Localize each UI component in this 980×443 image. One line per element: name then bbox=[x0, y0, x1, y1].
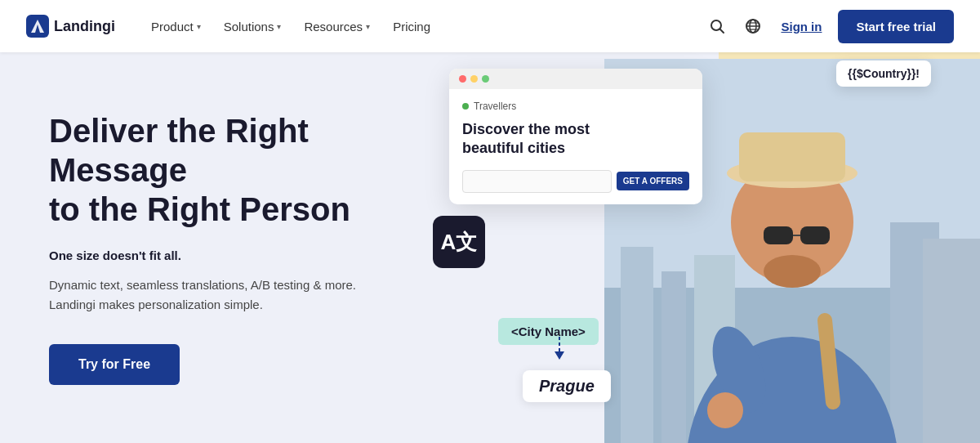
svg-point-27 bbox=[707, 392, 743, 428]
svg-line-4 bbox=[720, 29, 724, 34]
svg-rect-22 bbox=[800, 226, 830, 244]
browser-card: Travellers Discover the most beautiful c… bbox=[449, 69, 702, 204]
email-input[interactable] bbox=[462, 170, 612, 193]
country-tag: {{$Country}}! bbox=[836, 60, 931, 87]
svg-rect-16 bbox=[923, 239, 980, 443]
hero-section: Deliver the Right Message to the Right P… bbox=[0, 52, 980, 443]
nav-item-solutions[interactable]: Solutions ▾ bbox=[214, 13, 292, 40]
browser-dot-green bbox=[482, 75, 489, 83]
chevron-down-icon: ▾ bbox=[197, 22, 201, 31]
try-free-button[interactable]: Try for Free bbox=[49, 344, 180, 385]
browser-dot-yellow bbox=[470, 75, 478, 83]
svg-rect-13 bbox=[662, 271, 686, 443]
hero-left: Deliver the Right Message to the Right P… bbox=[0, 78, 425, 418]
svg-rect-21 bbox=[764, 226, 793, 244]
browser-content: Travellers Discover the most beautiful c… bbox=[449, 89, 702, 204]
get-offers-button[interactable]: GET A OFFERS bbox=[617, 172, 689, 190]
email-form: GET A OFFERS bbox=[462, 170, 689, 193]
travellers-dot bbox=[462, 103, 469, 110]
hero-right: {{$Country}}! Travellers Discover the mo… bbox=[408, 52, 980, 443]
sign-in-button[interactable]: Sign in bbox=[777, 13, 825, 40]
search-button[interactable] bbox=[706, 15, 728, 38]
nav-item-product[interactable]: Product ▾ bbox=[141, 13, 211, 40]
chevron-down-icon: ▾ bbox=[277, 22, 281, 31]
hero-subheading: One size doesn't fit all. bbox=[49, 248, 376, 262]
svg-marker-29 bbox=[555, 351, 564, 360]
prague-tag: Prague bbox=[523, 370, 611, 402]
arrow-down-icon bbox=[551, 337, 568, 365]
navigation: Landingi Product ▾ Solutions ▾ Resources… bbox=[0, 0, 980, 52]
nav-item-resources[interactable]: Resources ▾ bbox=[294, 13, 380, 40]
city-placeholder-tag: <City Name> bbox=[498, 318, 599, 345]
globe-button[interactable] bbox=[742, 15, 764, 38]
svg-point-24 bbox=[764, 255, 821, 288]
browser-dot-red bbox=[459, 75, 466, 83]
svg-line-25 bbox=[825, 320, 833, 402]
nav-right: Sign in Start free trial bbox=[706, 10, 954, 43]
nav-links: Product ▾ Solutions ▾ Resources ▾ Pricin… bbox=[141, 13, 706, 40]
hero-body: Dynamic text, seamless translations, A/B… bbox=[49, 275, 359, 315]
travellers-label: Travellers bbox=[462, 101, 689, 112]
svg-rect-20 bbox=[739, 132, 845, 181]
translate-icon: A文 bbox=[433, 216, 485, 268]
prague-text: Prague bbox=[539, 377, 595, 395]
nav-item-pricing[interactable]: Pricing bbox=[383, 13, 440, 40]
chevron-down-icon: ▾ bbox=[366, 22, 370, 31]
svg-rect-12 bbox=[621, 247, 653, 443]
hero-headline: Deliver the Right Message to the Right P… bbox=[49, 111, 376, 229]
card-title: Discover the most beautiful cities bbox=[462, 120, 689, 159]
logo[interactable]: Landingi bbox=[26, 15, 115, 38]
logo-text: Landingi bbox=[54, 18, 115, 35]
browser-bar bbox=[449, 69, 702, 89]
start-trial-button[interactable]: Start free trial bbox=[838, 10, 954, 43]
